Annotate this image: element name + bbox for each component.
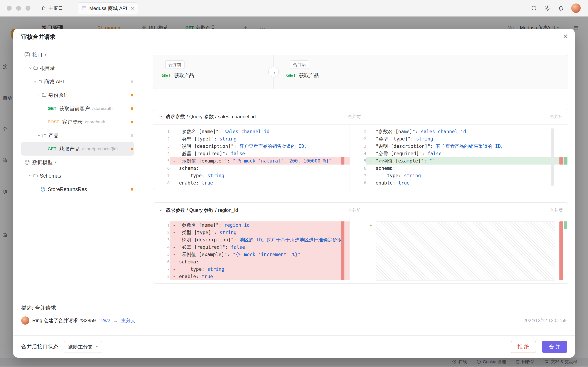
tree-endpoint[interactable]: POST客户登录/store/auth: [21, 115, 134, 129]
diff-marker: [170, 179, 179, 187]
diff-pane-before: 1-"参数名 [name]": region_id2-"类型 [type]": …: [153, 218, 350, 284]
diff-pane-after: +: [350, 218, 568, 284]
diff-section-body: 1"参数名 [name]": sales_channel_id2"类型 [typ…: [153, 125, 568, 190]
code-line: 8-enable: true: [153, 273, 350, 280]
line-number: 7: [350, 172, 366, 179]
diff-marker: -: [170, 236, 179, 243]
scrollbar-thumb[interactable]: [551, 128, 554, 186]
target-branch-link[interactable]: 主分支: [121, 317, 136, 324]
diff-overview-ruler: [559, 221, 567, 280]
close-window-button[interactable]: [7, 6, 12, 11]
code-line: 5+"示例值 [example]": "": [350, 157, 568, 165]
caret-down-icon[interactable]: ▾: [55, 160, 57, 165]
line-number: 6: [350, 165, 366, 172]
tree-endpoint[interactable]: GET获取产品/store/products/{id}: [21, 142, 134, 156]
chevron-down-icon[interactable]: ›: [32, 79, 38, 84]
refresh-icon[interactable]: [531, 5, 537, 11]
code-line: 6-schema:: [153, 258, 350, 266]
line-number: 7: [153, 266, 170, 273]
chevron-down-icon[interactable]: ›: [28, 66, 34, 70]
diff-marker: [366, 135, 376, 142]
diff-section-title: 请求参数 / Query 参数 / region_id: [165, 207, 238, 213]
home-icon: [41, 6, 46, 11]
tree-item-label: 商城 API: [44, 78, 64, 85]
diff-section-header[interactable]: ›请求参数 / Query 参数 / sales_channel_id合并前合并…: [153, 109, 568, 125]
chevron-down-icon[interactable]: ›: [158, 114, 164, 119]
window-titlebar: 主窗口 Medusa 商城 API ×: [0, 0, 588, 17]
merge-description: 描述: 合并请求 Ring 创建了合并请求 #32859 12w2 → 主分支 …: [21, 304, 567, 325]
creator-avatar: [21, 317, 29, 325]
merge-arrow-icon: →: [268, 67, 279, 77]
merge-button[interactable]: 合 并: [542, 341, 567, 353]
user-avatar[interactable]: [571, 3, 581, 13]
endpoint-name: 获取产品: [174, 72, 194, 79]
close-modal-icon[interactable]: ×: [563, 32, 568, 41]
tree-item[interactable]: ›身份验证: [21, 88, 134, 102]
diff-marker: [366, 142, 376, 150]
tree-item-label: 客户登录: [62, 119, 82, 125]
tree-item[interactable]: ›商城 API: [21, 75, 134, 88]
diff-section-title: 请求参数 / Query 参数 / sales_channel_id: [165, 113, 256, 120]
tree-item[interactable]: ›产品: [21, 129, 134, 142]
code-line: 6schema:: [350, 165, 568, 172]
tree-item[interactable]: 数据模型▾: [21, 156, 134, 169]
reject-button[interactable]: 拒 绝: [511, 341, 536, 353]
diff-section: ›请求参数 / Query 参数 / region_id合并前合并后1-"参数名…: [153, 202, 568, 284]
minimize-window-button[interactable]: [16, 6, 21, 11]
line-number: 4: [153, 243, 170, 251]
zoom-window-button[interactable]: [26, 6, 30, 11]
tree-item-label: 产品: [48, 132, 59, 139]
gear-icon[interactable]: [544, 5, 550, 11]
method-label: GET: [162, 73, 171, 78]
diff-marker: [366, 179, 376, 187]
before-column-label: 合并前: [348, 114, 361, 119]
tree-item-path: /store/auth: [92, 106, 112, 111]
tree-item[interactable]: 接口▾: [21, 48, 134, 61]
diff-marker: [170, 128, 179, 135]
status-dropdown[interactable]: 跟随主分支 ▾: [64, 341, 102, 353]
diff-marker: [366, 150, 376, 157]
chevron-down-icon[interactable]: ›: [36, 133, 42, 138]
close-tab-icon[interactable]: ×: [131, 5, 134, 12]
tree-item-label: 接口: [32, 51, 43, 58]
diff-marker: +: [366, 157, 376, 165]
tree-item-label: 身份验证: [48, 92, 69, 99]
line-number: 5: [350, 157, 366, 165]
folder-icon: [42, 92, 47, 98]
line-number: 8: [153, 179, 170, 187]
code-line: 5-"示例值 [example]": "{% mock 'natural', 2…: [153, 157, 350, 165]
compare-before: 合并前 GET 获取产品: [153, 55, 274, 89]
code-line: 7 type: string: [153, 172, 350, 179]
diff-marker: -: [170, 251, 179, 258]
traffic-lights: [7, 6, 30, 11]
code-line: 3"说明 [description]": 客户查看产品的销售渠道的 ID。: [153, 142, 350, 150]
chevron-down-icon[interactable]: ›: [36, 93, 42, 97]
caret-down-icon[interactable]: ▾: [44, 52, 46, 57]
tree-item[interactable]: ›根目录: [21, 61, 134, 75]
bell-icon[interactable]: [558, 5, 564, 11]
tree-schema[interactable]: StoreReturnsRes: [21, 183, 134, 196]
line-number: 1: [153, 128, 170, 135]
diff-section-header[interactable]: ›请求参数 / Query 参数 / region_id合并前合并后: [153, 203, 568, 218]
after-badge: 合并后: [290, 60, 309, 69]
project-tab[interactable]: Medusa 商城 API ×: [78, 2, 138, 14]
line-number: 6: [153, 165, 170, 172]
folder-icon: [37, 79, 43, 84]
tree-endpoint[interactable]: GET获取当前客户/store/auth: [21, 102, 134, 115]
tree-item-path: /store/auth: [85, 119, 105, 124]
diff-pane-before: 1"参数名 [name]": sales_channel_id2"类型 [typ…: [153, 125, 350, 190]
tree-item-label: 获取产品: [59, 146, 80, 152]
change-dot: [131, 94, 133, 96]
line-number: 3: [153, 236, 170, 243]
chevron-down-icon[interactable]: ›: [158, 208, 164, 212]
line-number: 1: [153, 221, 170, 229]
diff-marker: [366, 165, 376, 172]
tree-item-label: 获取当前客户: [59, 105, 90, 112]
change-dot: [131, 121, 133, 123]
chevron-down-icon[interactable]: ›: [28, 174, 34, 178]
source-branch-link[interactable]: 12w2: [99, 318, 110, 323]
creator-text: Ring 创建了合并请求 #32859: [32, 317, 96, 324]
method-label: POST: [48, 119, 59, 124]
tree-item[interactable]: ›Schemas: [21, 169, 134, 183]
main-window-tab[interactable]: 主窗口: [41, 5, 63, 11]
